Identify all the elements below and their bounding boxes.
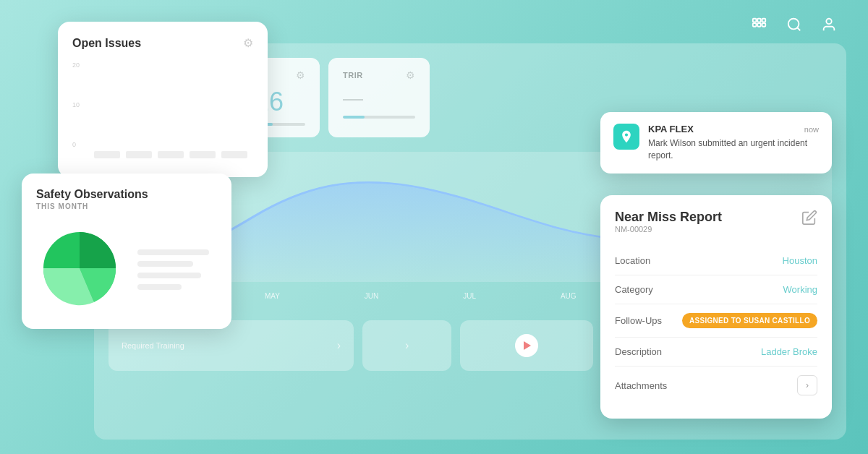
lines-container bbox=[137, 249, 217, 290]
notification-card: KPA FLEX now Mark Wilson submitted an ur… bbox=[600, 112, 832, 174]
widget-safety-observations: Safety Observations THIS MONTH bbox=[22, 174, 231, 329]
nm-field-category: Category bbox=[615, 284, 653, 295]
x-axis bbox=[94, 151, 247, 158]
nm-row-category: Category Working bbox=[615, 275, 817, 304]
line-item-1 bbox=[137, 249, 209, 255]
nm-row-attachments: Attachments › bbox=[615, 367, 817, 404]
open-issues-title: Open Issues bbox=[72, 37, 141, 50]
safety-header: Safety Observations THIS MONTH bbox=[36, 188, 217, 210]
svg-rect-1 bbox=[757, 19, 761, 22]
nm-row-description: Description Ladder Broke bbox=[615, 338, 817, 367]
nm-row-location: Location Houston bbox=[615, 247, 817, 275]
nm-field-description: Description bbox=[615, 346, 662, 357]
nm-field-attachments: Attachments bbox=[615, 380, 667, 391]
x-label-4 bbox=[190, 151, 216, 158]
line-item-4 bbox=[137, 284, 182, 290]
trir-bar bbox=[343, 116, 415, 119]
notif-brand: KPA FLEX bbox=[648, 124, 694, 134]
training-label: Required Training bbox=[122, 341, 184, 350]
notif-content: KPA FLEX now Mark Wilson submitted an ur… bbox=[648, 124, 819, 162]
line-item-2 bbox=[137, 261, 193, 267]
trir-value: — bbox=[343, 87, 415, 110]
chart-label-jun: JUN bbox=[365, 292, 378, 300]
user-icon[interactable] bbox=[819, 14, 839, 35]
open-issues-header: Open Issues ⚙ bbox=[72, 36, 253, 50]
svg-point-8 bbox=[826, 19, 831, 24]
x-label-5 bbox=[221, 151, 247, 158]
x-label-2 bbox=[126, 151, 152, 158]
nm-header: Near Miss Report NM-00029 bbox=[615, 210, 817, 244]
svg-rect-0 bbox=[753, 19, 757, 22]
chart-label-aug: AUG bbox=[561, 292, 576, 300]
widget-open-issues: Open Issues ⚙ 20 10 0 bbox=[58, 22, 268, 177]
bars-container bbox=[94, 61, 247, 148]
search-icon[interactable] bbox=[784, 14, 804, 35]
svg-rect-4 bbox=[757, 23, 761, 27]
y-label-20: 20 bbox=[72, 61, 87, 69]
metric-card-trir: TRIR ⚙ — bbox=[328, 58, 430, 137]
play-triangle-icon bbox=[524, 341, 531, 350]
dart-gear-icon[interactable]: ⚙ bbox=[296, 69, 305, 81]
nm-value-description: Ladder Broke bbox=[761, 346, 817, 357]
nm-badge-followups: ASSIGNED TO SUSAN CASTILLO bbox=[682, 313, 817, 328]
safety-content bbox=[36, 225, 217, 314]
nm-row-followups: Follow-Ups ASSIGNED TO SUSAN CASTILLO bbox=[615, 304, 817, 338]
y-label-10: 10 bbox=[72, 101, 87, 108]
y-axis: 20 10 0 bbox=[72, 61, 87, 148]
nm-title: Near Miss Report bbox=[615, 210, 722, 225]
trir-gear-icon[interactable]: ⚙ bbox=[406, 69, 415, 81]
svg-line-7 bbox=[797, 27, 800, 30]
svg-rect-2 bbox=[762, 19, 766, 22]
trir-label: TRIR bbox=[343, 71, 363, 80]
svg-rect-5 bbox=[762, 23, 766, 27]
near-miss-panel: Near Miss Report NM-00029 Location Houst… bbox=[600, 195, 832, 419]
pie-chart-svg bbox=[36, 225, 123, 312]
nm-attachments-chevron[interactable]: › bbox=[797, 375, 817, 395]
nm-id: NM-00029 bbox=[615, 225, 722, 234]
kpa-logo bbox=[613, 124, 639, 150]
bottom-card-play[interactable] bbox=[460, 320, 593, 371]
nm-value-location: Houston bbox=[783, 255, 817, 266]
safety-subtitle: THIS MONTH bbox=[36, 202, 217, 210]
svg-rect-3 bbox=[753, 23, 757, 27]
y-label-0: 0 bbox=[72, 141, 87, 148]
pie-chart bbox=[36, 225, 123, 314]
x-label-1 bbox=[94, 151, 120, 158]
nm-value-category: Working bbox=[783, 284, 817, 295]
bottom-card-arrow[interactable]: › bbox=[362, 320, 451, 371]
bar-chart-container: 20 10 0 bbox=[72, 61, 253, 163]
svg-point-6 bbox=[788, 19, 799, 30]
notif-time: now bbox=[804, 125, 819, 134]
trir-bar-fill bbox=[343, 116, 365, 119]
training-arrow-icon: › bbox=[337, 339, 341, 352]
safety-title: Safety Observations bbox=[36, 188, 217, 201]
arrow-icon: › bbox=[405, 339, 409, 352]
nm-field-followups: Follow-Ups bbox=[615, 315, 662, 326]
open-issues-gear-icon[interactable]: ⚙ bbox=[243, 36, 253, 50]
notif-header: KPA FLEX now bbox=[648, 124, 819, 134]
nm-field-location: Location bbox=[615, 255, 650, 266]
chart-label-jul: JUL bbox=[463, 292, 476, 300]
line-item-3 bbox=[137, 273, 201, 278]
cart-icon[interactable] bbox=[749, 14, 770, 35]
top-nav bbox=[749, 14, 839, 35]
nm-edit-icon[interactable] bbox=[801, 210, 817, 229]
notif-message: Mark Wilson submitted an urgent incident… bbox=[648, 137, 819, 162]
kpa-logo-icon bbox=[619, 129, 634, 144]
chart-label-may: MAY bbox=[265, 292, 280, 300]
x-label-3 bbox=[158, 151, 184, 158]
play-button[interactable] bbox=[515, 334, 538, 357]
